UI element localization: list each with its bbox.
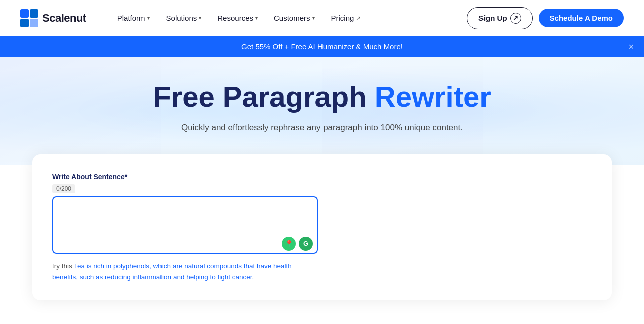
textarea-wrapper: 📍 G <box>52 196 318 256</box>
svg-rect-3 <box>30 19 38 27</box>
navbar: Scalenut Platform ▾ Solutions ▾ Resource… <box>0 0 644 36</box>
hero-title: Free Paragraph Rewriter <box>20 81 624 113</box>
nav-solutions-label: Solutions <box>166 14 197 22</box>
nav-actions: Sign Up ↗ Schedule A Demo <box>467 7 624 29</box>
arrow-icon: ↗ <box>510 13 521 24</box>
chevron-down-icon: ▾ <box>312 15 315 21</box>
char-count: 0 <box>56 185 60 192</box>
external-link-icon: ↗ <box>356 15 361 22</box>
grammarly-icon: G <box>299 237 313 251</box>
try-sample-link[interactable]: Tea is rich in polyphenols, which are na… <box>52 262 292 281</box>
field-label: Write About Sentence* <box>52 173 592 181</box>
nav-resources[interactable]: Resources ▾ <box>210 10 265 26</box>
demo-label: Schedule A Demo <box>550 14 613 22</box>
nav-customers-label: Customers <box>274 14 310 22</box>
nav-resources-label: Resources <box>217 14 253 22</box>
svg-rect-0 <box>20 9 29 18</box>
logo-link[interactable]: Scalenut <box>20 9 86 27</box>
nav-platform-label: Platform <box>117 14 145 22</box>
tool-card: Write About Sentence* 0/200 📍 G try this… <box>32 154 612 300</box>
svg-rect-1 <box>30 9 38 18</box>
try-sample-text: try this Tea is rich in polyphenols, whi… <box>52 261 318 282</box>
signup-button[interactable]: Sign Up ↗ <box>467 7 533 29</box>
close-button[interactable]: × <box>628 41 634 52</box>
banner-text: Get 55% Off + Free AI Humanizer & Much M… <box>241 42 403 51</box>
textarea-icons: 📍 G <box>282 237 313 251</box>
nav-customers[interactable]: Customers ▾ <box>267 10 322 26</box>
sentence-input[interactable] <box>52 196 318 254</box>
char-counter: 0/200 <box>52 184 75 193</box>
nav-platform[interactable]: Platform ▾ <box>110 10 157 26</box>
schedule-demo-button[interactable]: Schedule A Demo <box>539 9 624 27</box>
try-prefix: try this <box>52 262 72 270</box>
svg-rect-2 <box>20 19 29 27</box>
promo-banner: Get 55% Off + Free AI Humanizer & Much M… <box>0 36 644 57</box>
hero-section: Free Paragraph Rewriter Quickly and effo… <box>0 57 644 165</box>
nav-solutions[interactable]: Solutions ▾ <box>159 10 209 26</box>
chevron-down-icon: ▾ <box>147 15 150 21</box>
hero-subtitle: Quickly and effortlessly rephrase any pa… <box>172 121 472 134</box>
hero-title-dark: Free Paragraph <box>153 80 367 113</box>
chevron-down-icon: ▾ <box>199 15 201 21</box>
char-max: /200 <box>60 185 71 192</box>
nav-pricing-label: Pricing <box>331 14 354 22</box>
logo-icon <box>20 9 38 27</box>
nav-links: Platform ▾ Solutions ▾ Resources ▾ Custo… <box>110 10 467 26</box>
pin-icon: 📍 <box>282 237 296 251</box>
main-content: Write About Sentence* 0/200 📍 G try this… <box>0 154 644 320</box>
nav-pricing[interactable]: Pricing ↗ <box>324 10 368 26</box>
logo-text: Scalenut <box>42 12 86 25</box>
chevron-down-icon: ▾ <box>255 15 258 21</box>
hero-title-blue: Rewriter <box>375 80 491 113</box>
signup-label: Sign Up <box>478 14 507 22</box>
